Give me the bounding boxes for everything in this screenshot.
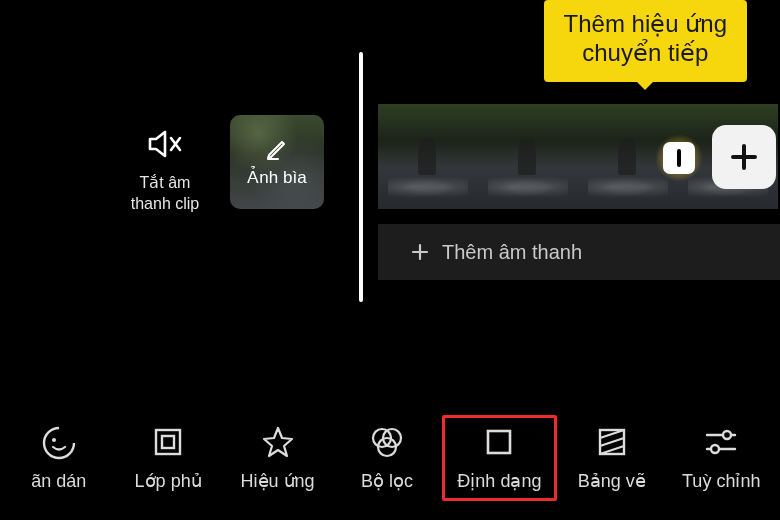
format-icon (484, 424, 514, 460)
svg-rect-2 (162, 436, 174, 448)
cover-label: Ảnh bìa (247, 167, 306, 188)
star-icon (260, 424, 296, 460)
tool-sticker[interactable]: ãn dán (4, 419, 113, 498)
tooltip-line2: chuyển tiếp (564, 39, 727, 68)
timeline-area: Tắt âm thanh clip Ảnh bìa Thêm âm (0, 52, 780, 302)
mute-clip-button[interactable]: Tắt âm thanh clip (120, 127, 210, 215)
tool-adjust[interactable]: Tuỳ chỉnh (667, 418, 776, 498)
svg-point-8 (723, 431, 731, 439)
transition-button[interactable] (663, 142, 695, 174)
tool-label: Bảng vẽ (578, 470, 646, 492)
tool-effect[interactable]: Hiệu ứng (223, 418, 332, 498)
mute-clip-label: Tắt âm thanh clip (120, 173, 210, 215)
tool-label: Hiệu ứng (241, 470, 315, 492)
tool-label: Lớp phủ (135, 470, 202, 492)
add-audio-track[interactable]: Thêm âm thanh (378, 224, 780, 280)
cover-thumbnail-button[interactable]: Ảnh bìa (230, 115, 324, 209)
canvas-icon (596, 424, 628, 460)
tool-label: Bộ lọc (361, 470, 413, 492)
bottom-toolbar: ãn dán Lớp phủ Hiệu ứng Bộ lọc (0, 412, 780, 504)
clip-frame[interactable] (378, 104, 478, 209)
tool-label: Định dạng (457, 470, 541, 492)
svg-point-9 (711, 445, 719, 453)
tool-format[interactable]: Định dạng (442, 415, 557, 501)
clip-frame[interactable] (478, 104, 578, 209)
add-audio-label: Thêm âm thanh (442, 241, 582, 264)
plus-icon (410, 242, 430, 262)
pencil-icon (265, 137, 289, 161)
sliders-icon (703, 424, 739, 460)
svg-rect-6 (488, 431, 510, 453)
svg-rect-1 (156, 430, 180, 454)
plus-icon (727, 140, 761, 174)
tool-canvas[interactable]: Bảng vẽ (557, 418, 666, 498)
svg-point-0 (52, 438, 56, 442)
filter-icon (368, 424, 406, 460)
tool-filter[interactable]: Bộ lọc (332, 418, 441, 498)
tool-overlay[interactable]: Lớp phủ (113, 418, 222, 498)
speaker-mute-icon (146, 127, 184, 161)
add-clip-button[interactable] (712, 125, 776, 189)
transition-tooltip: Thêm hiệu ứng chuyển tiếp (544, 0, 747, 82)
tool-label: ãn dán (31, 471, 86, 492)
tooltip-line1: Thêm hiệu ứng (564, 10, 727, 39)
overlay-icon (151, 424, 185, 460)
sticker-icon (41, 425, 77, 461)
playhead[interactable] (359, 52, 363, 302)
tool-label: Tuỳ chỉnh (682, 470, 760, 492)
